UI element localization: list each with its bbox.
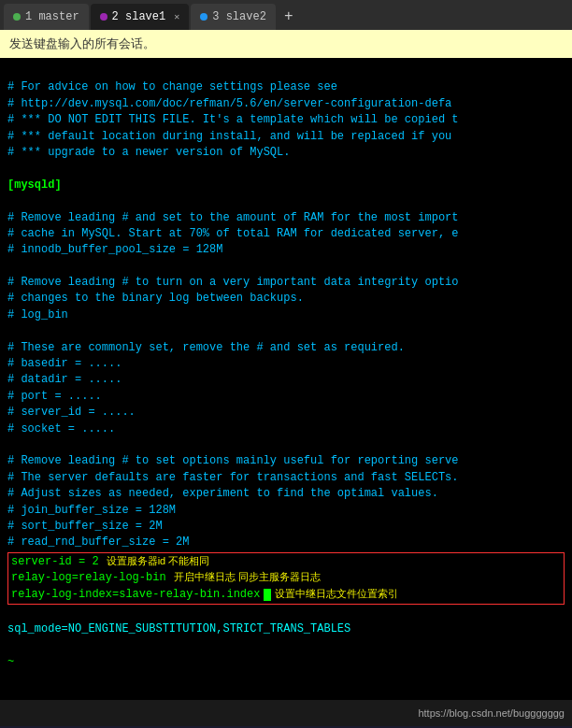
highlight-line-1: server-id = 2 设置服务器id 不能相同 [11, 554, 561, 570]
terminal-line-25: # read_rnd_buffer_size = 2M [7, 535, 565, 550]
terminal-line-14: # These are commonly set, remove the # a… [7, 340, 565, 356]
terminal-line-20: # Remove leading # to set options mainly… [7, 453, 565, 469]
terminal-line-13: # log_bin [7, 307, 565, 323]
terminal-line-16: # datadir = ..... [7, 372, 565, 388]
terminal-line-22: # Adjust sizes as needed, experiment to … [7, 486, 565, 502]
terminal-line-3: # *** DO NOT EDIT THIS FILE. It's a temp… [7, 112, 565, 128]
tab-master-label: 1 master [25, 10, 79, 23]
terminal-line-19: # socket = ..... [7, 421, 565, 437]
terminal-line-4: # *** default location during install, a… [7, 129, 565, 145]
server-id-text: server-id = 2 [11, 554, 99, 570]
server-id-note: 设置服务器id 不能相同 [107, 554, 210, 570]
terminal-line-1: # For advice on how to change settings p… [7, 79, 565, 95]
terminal-line-blank5 [7, 323, 565, 339]
tab-slave1-label: 2 slave1 [112, 10, 166, 23]
terminal[interactable]: # For advice on how to change settings p… [0, 58, 572, 700]
terminal-line-21: # The server defaults are faster for tra… [7, 470, 565, 486]
terminal-line-blank8 [7, 638, 565, 654]
terminal-line-15: # basedir = ..... [7, 356, 565, 372]
tab-slave2-label: 3 slave2 [212, 10, 266, 23]
terminal-tilde: ~ [7, 654, 565, 670]
notification-bar: 发送键盘输入的所有会话。 [0, 30, 572, 58]
tab-add-button[interactable]: + [278, 6, 300, 28]
terminal-line-11: # Remove leading # to turn on a very imp… [7, 275, 565, 291]
terminal-line-10: # innodb_buffer_pool_size = 128M [7, 242, 565, 258]
tab-bar: 1 master 2 slave1 ✕ 3 slave2 + [0, 0, 572, 30]
tab-slave1-close-icon[interactable]: ✕ [174, 11, 179, 22]
terminal-line-9: # cache in MySQL. Start at 70% of total … [7, 226, 565, 242]
terminal-line-blank2 [7, 161, 565, 177]
highlight-box: server-id = 2 设置服务器id 不能相同 relay-log=rel… [7, 552, 565, 605]
terminal-line-5: # *** upgrade to a newer version of MySQ… [7, 145, 565, 161]
terminal-line-blank1 [7, 64, 565, 79]
tab-slave2-dot [200, 13, 207, 21]
terminal-line-24: # sort_buffer_size = 2M [7, 519, 565, 535]
relay-log-text: relay-log=relay-log-bin [11, 570, 166, 586]
tab-slave1[interactable]: 2 slave1 ✕ [91, 4, 190, 30]
terminal-sql-line: sql_mode=NO_ENGINE_SUBSTITUTION,STRICT_T… [7, 621, 565, 637]
highlight-line-3: relay-log-index=slave-relay-bin.index 设置… [11, 587, 561, 603]
notification-text: 发送键盘输入的所有会话。 [9, 36, 155, 50]
terminal-line-blank3 [7, 193, 565, 209]
tab-master-dot [13, 13, 21, 21]
status-bar-url: https://blog.csdn.net/buggggggg [418, 707, 565, 719]
relay-log-index-text: relay-log-index=slave-relay-bin.index [11, 587, 260, 603]
relay-log-note: 开启中继日志 同步主服务器日志 [174, 570, 321, 586]
relay-log-index-note: 设置中继日志文件位置索引 [275, 587, 398, 602]
tab-slave1-dot [100, 13, 107, 21]
terminal-line-12: # changes to the binary log between back… [7, 291, 565, 307]
terminal-line-23: # join_buffer_size = 128M [7, 503, 565, 519]
status-bar: https://blog.csdn.net/buggggggg [0, 700, 572, 726]
terminal-line-mysqld: [mysqld] [7, 178, 565, 193]
terminal-line-blank6 [7, 437, 565, 453]
cursor [264, 589, 271, 601]
tab-master[interactable]: 1 master [4, 4, 89, 30]
terminal-line-2: # http://dev.mysql.com/doc/refman/5.6/en… [7, 96, 565, 112]
tab-slave2[interactable]: 3 slave2 [191, 4, 276, 30]
terminal-line-blank7 [7, 606, 565, 621]
terminal-line-17: # port = ..... [7, 389, 565, 405]
terminal-line-blank4 [7, 259, 565, 275]
terminal-line-18: # server_id = ..... [7, 405, 565, 421]
terminal-line-8: # Remove leading # and set to the amount… [7, 210, 565, 226]
highlight-line-2: relay-log=relay-log-bin 开启中继日志 同步主服务器日志 [11, 570, 561, 586]
